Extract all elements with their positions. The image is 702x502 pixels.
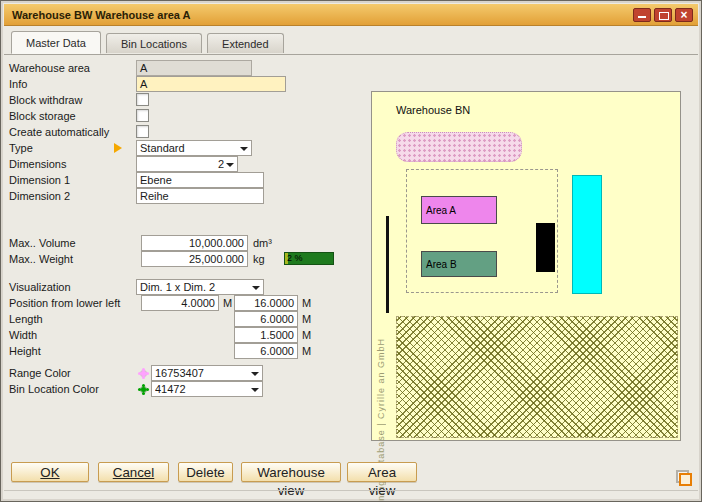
- bin-location-color-dropdown[interactable]: 41472: [151, 381, 263, 397]
- footer-divider: [4, 490, 698, 491]
- visualization-value: Dim. 1 x Dim. 2: [140, 280, 250, 294]
- minimize-icon[interactable]: [633, 8, 651, 22]
- area-b-label: Area B: [426, 259, 457, 270]
- visualization-dropdown[interactable]: Dim. 1 x Dim. 2: [136, 279, 264, 295]
- type-dropdown[interactable]: Standard: [136, 140, 252, 156]
- max-weight-unit: kg: [253, 251, 265, 267]
- position-x-field[interactable]: 4.0000: [141, 295, 219, 311]
- tab-strip: Master Data Bin Locations Extended: [4, 31, 698, 55]
- bin-location-color-label: Bin Location Color: [9, 381, 99, 397]
- title-bar: Warehouse BW Warehouse area A: [4, 4, 698, 26]
- bin-location-color-value: 41472: [155, 382, 249, 396]
- dimension-2-label: Dimension 2: [9, 188, 70, 204]
- height-label: Height: [9, 343, 41, 359]
- tab-extended[interactable]: Extended: [207, 33, 283, 53]
- window-title: Warehouse BW Warehouse area A: [12, 4, 191, 26]
- hatched-storage-zone: [396, 316, 678, 438]
- max-weight-field[interactable]: 25,000.000: [141, 251, 248, 267]
- length-field[interactable]: 6.0000: [234, 311, 298, 327]
- area-b-shape[interactable]: Area B: [421, 251, 497, 277]
- dimensions-dropdown[interactable]: 2: [136, 156, 238, 172]
- width-label: Width: [9, 327, 37, 343]
- dimensions-label: Dimensions: [9, 156, 66, 172]
- position-x-unit: M: [223, 295, 232, 311]
- link-arrow-icon[interactable]: [114, 143, 122, 153]
- dimension-1-field[interactable]: Ebene: [136, 172, 264, 188]
- cyan-block-shape: [572, 175, 602, 294]
- form-resize-icon[interactable]: [676, 470, 692, 486]
- warehouse-visualization-panel: Warehouse BN Trainingsdatabase | Cyrille…: [371, 91, 681, 441]
- dimension-1-label: Dimension 1: [9, 172, 70, 188]
- bin-location-color-flower-icon: [141, 387, 146, 392]
- type-label: Type: [9, 140, 33, 156]
- tab-master-data[interactable]: Master Data: [11, 31, 101, 54]
- length-label: Length: [9, 311, 43, 327]
- create-automatically-label: Create automatically: [9, 124, 109, 140]
- max-volume-field[interactable]: 10,000.000: [141, 235, 248, 251]
- range-color-flower-icon: [141, 371, 146, 376]
- black-block-shape: [536, 223, 555, 272]
- delete-button[interactable]: Delete: [178, 462, 233, 482]
- dimension-2-field[interactable]: Reihe: [136, 188, 264, 204]
- capacity-usage-value: 2 %: [287, 253, 303, 264]
- max-volume-unit: dm³: [253, 235, 272, 251]
- visualization-label: Visualization: [9, 279, 71, 295]
- create-automatically-checkbox[interactable]: [136, 125, 149, 138]
- dimensions-value: 2: [140, 157, 224, 171]
- close-icon[interactable]: [675, 8, 693, 22]
- block-withdraw-checkbox[interactable]: [136, 93, 149, 106]
- warehouse-area-field: A: [136, 60, 252, 76]
- watermark-text: Trainingsdatabase | Cyrille an GmbH: [376, 220, 386, 502]
- warehouse-area-label: Warehouse area: [9, 60, 90, 76]
- range-color-value: 16753407: [155, 366, 249, 380]
- height-field[interactable]: 6.0000: [234, 343, 298, 359]
- window-controls: [633, 8, 693, 22]
- max-weight-label: Max.. Weight: [9, 251, 73, 267]
- ok-button[interactable]: OK: [11, 462, 89, 482]
- width-unit: M: [302, 327, 311, 343]
- block-withdraw-label: Block withdraw: [9, 92, 82, 108]
- block-storage-label: Block storage: [9, 108, 76, 124]
- area-a-label: Area A: [426, 205, 456, 216]
- position-label: Position from lower left: [9, 295, 120, 311]
- wall-line: [386, 216, 389, 313]
- info-field[interactable]: A: [136, 76, 286, 92]
- range-color-label: Range Color: [9, 365, 71, 381]
- range-color-dropdown[interactable]: 16753407: [151, 365, 263, 381]
- type-value: Standard: [140, 141, 238, 155]
- area-view-button[interactable]: Area view: [347, 462, 417, 482]
- position-y-unit: M: [302, 295, 311, 311]
- cancel-button[interactable]: Cancel: [98, 462, 169, 482]
- tab-bin-locations[interactable]: Bin Locations: [106, 33, 202, 53]
- position-y-field[interactable]: 16.0000: [234, 295, 298, 311]
- info-label: Info: [9, 76, 27, 92]
- block-storage-checkbox[interactable]: [136, 109, 149, 122]
- area-a-shape[interactable]: Area A: [421, 196, 497, 224]
- warehouse-area-window: Warehouse BW Warehouse area A Master Dat…: [0, 0, 702, 502]
- restore-icon[interactable]: [654, 8, 672, 22]
- panel-title: Warehouse BN: [396, 104, 470, 116]
- height-unit: M: [302, 343, 311, 359]
- width-field[interactable]: 1.5000: [234, 327, 298, 343]
- length-unit: M: [302, 311, 311, 327]
- max-volume-label: Max.. Volume: [9, 235, 76, 251]
- capacity-usage-bar: 2 %: [284, 252, 334, 265]
- warehouse-view-button[interactable]: Warehouse view: [241, 462, 341, 482]
- dotted-zone-shape: [396, 132, 522, 162]
